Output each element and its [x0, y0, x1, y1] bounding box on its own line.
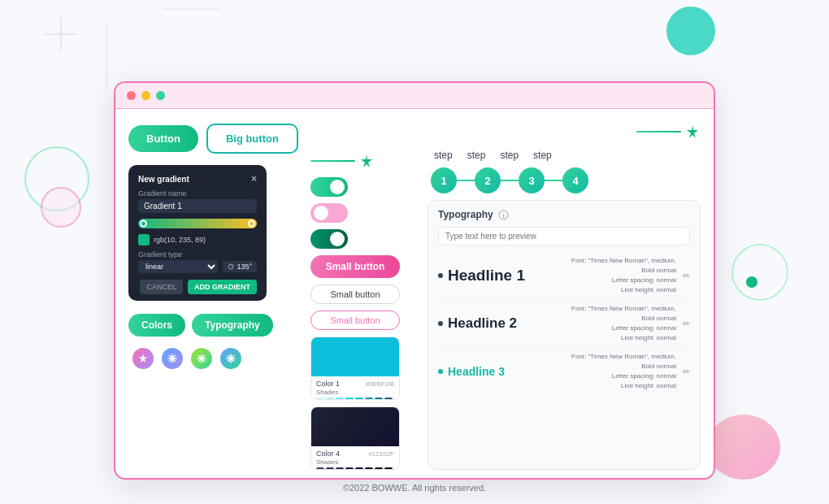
color-name-4: Color 4	[316, 450, 340, 458]
step-line-area	[310, 153, 416, 169]
step-line	[310, 160, 355, 162]
gradient-add-button[interactable]: ADD GRADIENT	[188, 280, 257, 294]
shade-1-3	[336, 398, 344, 400]
node-2	[162, 348, 183, 369]
color-shades-label-4: Shades	[316, 458, 394, 466]
tab-typography-button[interactable]: Typography	[192, 314, 273, 337]
toggle-1[interactable]	[310, 177, 348, 197]
gradient-type-label: Gradient type	[138, 250, 257, 259]
color-hex-1: #0EBFDB	[365, 380, 394, 388]
typography-preview-input[interactable]	[438, 227, 690, 245]
deco-star-top-left	[45, 18, 77, 56]
step-circle-3: 3	[519, 167, 545, 193]
tab-colors-button[interactable]: Colors	[128, 314, 185, 337]
shade-1-4	[345, 398, 354, 400]
gradient-dialog-title: New gradient	[138, 175, 189, 184]
close-icon[interactable]: ×	[251, 173, 257, 185]
step-connector-3	[545, 180, 562, 181]
deco-line-vertical	[106, 24, 107, 89]
color-swatch-1: Color 1 #0EBFDB Shades Transpar	[310, 337, 400, 400]
typo-left-3: Headline 3	[438, 365, 505, 378]
gradient-type-row: linear radial 135°	[138, 260, 257, 273]
typo-info-area-3: Font: "Times New Roman", medium, Bold no…	[571, 352, 690, 391]
toggle-2[interactable]	[310, 203, 348, 223]
star-icon-2	[167, 353, 178, 364]
step-circle-4: 4	[562, 167, 588, 193]
small-button-outline-1[interactable]: Small button	[310, 285, 400, 304]
step-label-3: step	[500, 150, 519, 161]
gradient-cancel-button[interactable]: CANCEL	[140, 280, 183, 294]
top-deco-area	[428, 124, 701, 140]
typo-row-1: Headline 1 Font: "Times New Roman", medi…	[438, 252, 690, 300]
typo-row-2: Headline 2 Font: "Times New Roman", medi…	[438, 300, 690, 348]
step-circle-2: 2	[475, 167, 501, 193]
deco-circle-right	[731, 244, 788, 301]
button-big-outline[interactable]: Big button	[206, 124, 298, 154]
svg-line-3	[48, 21, 74, 47]
steps-circles: 1 2 3 4	[428, 167, 701, 193]
typo-edit-icon-2[interactable]: ✏	[683, 319, 690, 329]
shade-1-7	[375, 398, 383, 400]
gradient-name-input[interactable]	[138, 199, 257, 213]
deco-dot-green	[746, 276, 757, 288]
color-shades-row-1	[316, 398, 394, 400]
typo-left-1: Headline 1	[438, 267, 525, 285]
typography-panel: Typography i Headline 1 Font:	[428, 200, 701, 470]
typo-dot-3	[438, 369, 443, 374]
toggle-3[interactable]	[310, 229, 348, 249]
button-green[interactable]: Button	[128, 125, 198, 152]
deco-circle-bottom-right	[707, 415, 780, 480]
step-label-2: step	[467, 150, 486, 161]
shade-4-8	[384, 467, 393, 470]
toggle-wrap-3	[310, 229, 416, 249]
gradient-stop-left[interactable]	[140, 220, 147, 228]
step-connector-1	[457, 180, 475, 181]
star-icon-1	[137, 353, 149, 364]
typo-info-area-1: Font: "Times New Roman", medium, Bold no…	[571, 256, 690, 295]
gradient-stop-right[interactable]	[248, 220, 255, 228]
typo-row-3: Headline 3 Font: "Times New Roman", medi…	[438, 348, 690, 395]
deco-circle-left2	[41, 187, 81, 228]
node-3	[191, 348, 212, 369]
titlebar-dot-green	[156, 91, 165, 100]
headline-3: Headline 3	[448, 365, 505, 378]
info-icon: i	[498, 210, 509, 220]
typo-info-2: Font: "Times New Roman", medium, Bold no…	[571, 304, 676, 343]
shade-1-8	[384, 398, 393, 400]
step-label-1: step	[434, 150, 453, 161]
gradient-dialog-buttons: CANCEL ADD GRADIENT	[138, 280, 257, 294]
copyright-text: ©2022 BOWWE. All rights reserved.	[343, 483, 486, 493]
browser-content: Button Big button New gradient × Gradien…	[115, 109, 714, 478]
tab-buttons: Colors Typography	[128, 314, 299, 337]
gradient-color-swatch[interactable]	[138, 234, 150, 245]
small-button-pink[interactable]: Small button	[310, 255, 400, 278]
typo-edit-icon-3[interactable]: ✏	[683, 367, 690, 377]
color-swatch-header-1: Color 1 #0EBFDB	[316, 380, 394, 388]
shade-4-2	[326, 467, 334, 470]
node-1	[132, 348, 154, 369]
gradient-color-text: rgb(10, 235, 89)	[154, 236, 206, 244]
steps-labels: step step step step	[428, 150, 701, 161]
color-swatch-preview-1	[311, 337, 399, 376]
small-button-outline-2[interactable]: Small button	[310, 311, 400, 330]
gradient-angle-box: 135°	[223, 261, 257, 272]
deco-circle-left	[24, 146, 89, 211]
color-swatch-preview-4	[311, 407, 399, 446]
color-swatch-info-4: Color 4 #12102F Shades Transpar	[311, 446, 399, 470]
typography-header: Typography i	[438, 209, 690, 220]
toggle-knob-1	[330, 180, 345, 194]
shade-1-5	[355, 398, 363, 400]
typo-dot-2	[438, 321, 443, 326]
toggle-knob-2	[314, 206, 328, 220]
typo-edit-icon-1[interactable]: ✏	[683, 271, 690, 281]
browser-window: Button Big button New gradient × Gradien…	[114, 81, 715, 480]
gradient-type-select[interactable]: linear radial	[138, 260, 218, 273]
node-4	[220, 348, 241, 369]
shade-4-1	[316, 467, 324, 470]
top-star-icon	[684, 124, 701, 140]
deco-teal-circle	[666, 7, 715, 55]
right-panel: step step step step 1 2 3 4 Typography	[428, 124, 701, 470]
typo-info-3: Font: "Times New Roman", medium, Bold no…	[571, 352, 676, 391]
angle-icon	[228, 263, 234, 270]
typo-left-2: Headline 2	[438, 315, 517, 332]
